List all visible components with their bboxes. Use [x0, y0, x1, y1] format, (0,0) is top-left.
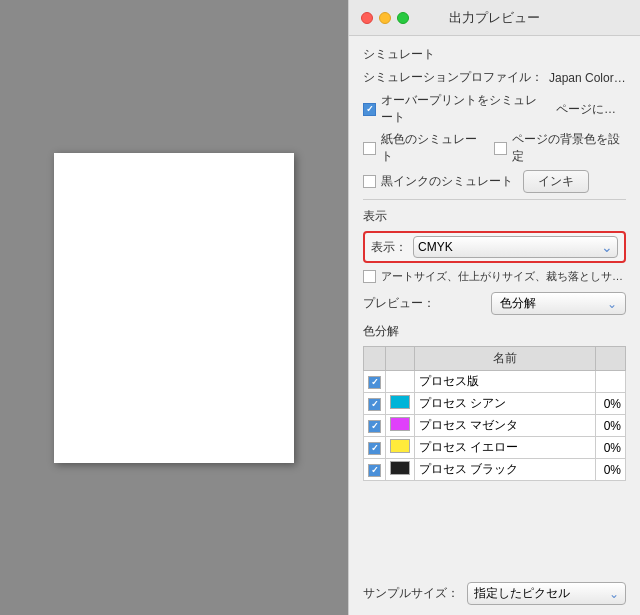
- sample-dropdown-arrow: ⌄: [609, 587, 619, 601]
- black-ink-checkbox[interactable]: [363, 175, 376, 188]
- sep-section: 色分解 名前 プロセス版プロセス シアン0%プロセス マゼンタ0%プロセス イエ…: [363, 323, 626, 481]
- sep-checkbox-1[interactable]: [368, 398, 381, 411]
- sep-row-0: プロセス版: [364, 371, 626, 393]
- preview-section: プレビュー： 色分解 ⌄ 色分解 名前: [363, 292, 626, 481]
- panel-content: シミュレート シミュレーションプロファイル： Japan Color 2001 …: [349, 36, 640, 615]
- overprint-checkbox[interactable]: [363, 103, 376, 116]
- minimize-button[interactable]: [379, 12, 391, 24]
- sep-col-name: 名前: [415, 347, 596, 371]
- artsize-row: アートサイズ、仕上がりサイズ、裁ち落としサイズを表示: [363, 269, 626, 284]
- profile-row: シミュレーションプロファイル： Japan Color 2001 Co: [363, 69, 626, 86]
- paper-row: 紙色のシミュレート ページの背景色を設定: [363, 131, 626, 165]
- window-title: 出力プレビュー: [449, 9, 540, 27]
- preview-label: プレビュー：: [363, 295, 483, 312]
- overprint-row: オーバープリントをシミュレート ページにオーバープ: [363, 92, 626, 126]
- sep-row-2: プロセス マゼンタ0%: [364, 415, 626, 437]
- sep-row-4: プロセス ブラック0%: [364, 459, 626, 481]
- sep-col-color: [386, 347, 415, 371]
- color-swatch-1: [390, 395, 410, 409]
- display-dropdown-row: 表示： CMYK ⌄: [363, 231, 626, 263]
- display-dropdown[interactable]: CMYK ⌄: [413, 236, 618, 258]
- preview-dropdown[interactable]: 色分解 ⌄: [491, 292, 626, 315]
- sample-row: サンプルサイズ： 指定したピクセル ⌄: [363, 582, 626, 605]
- color-swatch-3: [390, 439, 410, 453]
- sep-label-3: プロセス イエロー: [415, 437, 596, 459]
- sample-dropdown[interactable]: 指定したピクセル ⌄: [467, 582, 626, 605]
- display-value: CMYK: [418, 240, 453, 254]
- sep-label-4: プロセス ブラック: [415, 459, 596, 481]
- sample-value: 指定したピクセル: [474, 585, 570, 602]
- sep-col-value: [596, 347, 626, 371]
- sep-value-3: 0%: [596, 437, 626, 459]
- black-ink-check-row: 黒インクのシミュレート: [363, 173, 513, 190]
- sep-value-4: 0%: [596, 459, 626, 481]
- sep-label: 色分解: [363, 323, 626, 340]
- sep-row-1: プロセス シアン0%: [364, 393, 626, 415]
- sep-label-1: プロセス シアン: [415, 393, 596, 415]
- sep-label-0: プロセス版: [415, 371, 596, 393]
- profile-label: シミュレーションプロファイル：: [363, 69, 543, 86]
- sep-value-2: 0%: [596, 415, 626, 437]
- sep-checkbox-3[interactable]: [368, 442, 381, 455]
- sep-value-1: 0%: [596, 393, 626, 415]
- sep-table: 名前 プロセス版プロセス シアン0%プロセス マゼンタ0%プロセス イエロー0%…: [363, 346, 626, 481]
- simulate-label: シミュレート: [363, 46, 626, 63]
- titlebar: 出力プレビュー: [349, 0, 640, 36]
- overprint-label: オーバープリントをシミュレート: [381, 92, 547, 126]
- paper-checkbox[interactable]: [363, 142, 376, 155]
- divider-1: [363, 199, 626, 200]
- sep-label-2: プロセス マゼンタ: [415, 415, 596, 437]
- sample-label: サンプルサイズ：: [363, 585, 459, 602]
- color-swatch-2: [390, 417, 410, 431]
- page-bg-checkbox[interactable]: [494, 142, 507, 155]
- black-ink-label: 黒インクのシミュレート: [381, 173, 513, 190]
- page-preview: [54, 153, 294, 463]
- display-section-label: 表示: [363, 208, 626, 225]
- sep-value-0: [596, 371, 626, 393]
- profile-value: Japan Color 2001 Co: [549, 71, 626, 85]
- ink-button[interactable]: インキ: [523, 170, 589, 193]
- sep-checkbox-0[interactable]: [368, 376, 381, 389]
- paper-label: 紙色のシミュレート: [381, 131, 484, 165]
- sep-checkbox-2[interactable]: [368, 420, 381, 433]
- sep-col-check: [364, 347, 386, 371]
- artsize-label: アートサイズ、仕上がりサイズ、裁ち落としサイズを表示: [381, 269, 626, 284]
- color-swatch-4: [390, 461, 410, 475]
- page-bg-row: ページの背景色を設定: [494, 131, 626, 165]
- display-dropdown-arrow: ⌄: [601, 239, 613, 255]
- preview-dropdown-arrow: ⌄: [607, 297, 617, 311]
- artsize-checkbox[interactable]: [363, 270, 376, 283]
- display-section: 表示 表示： CMYK ⌄ アートサイズ、仕上がりサイズ、裁ち落としサイズを表示: [363, 208, 626, 284]
- maximize-button[interactable]: [397, 12, 409, 24]
- preview-canvas: [0, 0, 348, 615]
- display-label: 表示：: [371, 239, 407, 256]
- paper-sim-row: 紙色のシミュレート: [363, 131, 484, 165]
- preview-value: 色分解: [500, 295, 536, 312]
- window-controls[interactable]: [361, 12, 409, 24]
- simulate-section: シミュレート シミュレーションプロファイル： Japan Color 2001 …: [363, 46, 626, 193]
- page-overprint-label: ページにオーバープ: [556, 101, 626, 118]
- sep-checkbox-4[interactable]: [368, 464, 381, 477]
- black-ink-row: 黒インクのシミュレート インキ: [363, 170, 626, 193]
- output-preview-panel: 出力プレビュー シミュレート シミュレーションプロファイル： Japan Col…: [348, 0, 640, 615]
- close-button[interactable]: [361, 12, 373, 24]
- sep-row-3: プロセス イエロー0%: [364, 437, 626, 459]
- page-bg-label: ページの背景色を設定: [512, 131, 626, 165]
- preview-row: プレビュー： 色分解 ⌄: [363, 292, 626, 315]
